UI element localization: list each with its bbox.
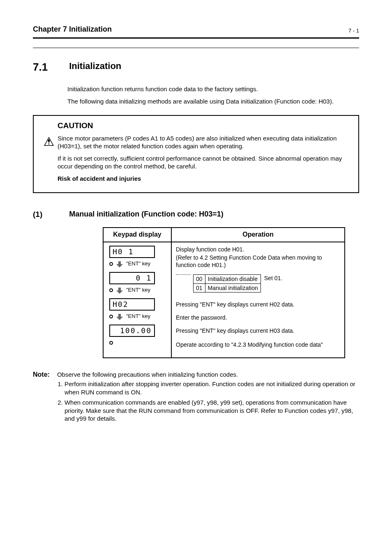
- arrow-down-icon: [116, 261, 123, 267]
- page-number: 7 - 1: [348, 28, 359, 35]
- arrow-down-icon: [116, 287, 123, 294]
- note-item-1: Perform initialization after stopping in…: [65, 380, 359, 396]
- op-text-enter-password: Enter the password.: [176, 314, 340, 321]
- table-header-operation: Operation: [171, 228, 345, 242]
- caution-box: CAUTION Since motor parameters (P codes …: [33, 115, 359, 193]
- lcd-display-h02: H02: [109, 298, 155, 311]
- ent-key-label: "ENT" key: [126, 313, 150, 320]
- note-intro: Observe the following precautions when i…: [57, 371, 359, 379]
- lcd-display-10000: 100.00: [109, 325, 155, 337]
- op-text-press-ent-h03: Pressing "ENT" key displays current H03 …: [176, 327, 340, 334]
- op-text-display-h01: Display function code H01.: [176, 246, 340, 253]
- note-item-2: When communication commands are enabled …: [65, 398, 359, 423]
- warning-icon: [44, 136, 54, 146]
- lcd-display-h01: H0 1: [109, 246, 155, 258]
- data-mini-table: 00 Initialization disable 01 Manual init…: [193, 274, 261, 292]
- bullet-icon: [109, 315, 113, 318]
- ent-key-label: "ENT" key: [126, 260, 150, 267]
- dotted-connector: [176, 274, 191, 275]
- caution-paragraph-2: If it is not set correctly, sufficient c…: [58, 154, 352, 170]
- op-text-refer-note: (Refer to 4.2 Setting Function Code Data…: [176, 254, 340, 269]
- subsection-label: (1): [33, 210, 67, 220]
- note-label: Note:: [33, 371, 50, 379]
- lcd-display-01: 0 1: [109, 272, 155, 284]
- op-text-press-ent-h02: Pressing "ENT" key displays current H02 …: [176, 301, 340, 308]
- mini-cell: 00: [194, 275, 205, 283]
- chapter-title: Chapter 7 Initialization: [33, 25, 112, 34]
- mini-cell: 01: [194, 283, 205, 292]
- ent-key-label: "ENT" key: [126, 287, 150, 294]
- bullet-icon: [109, 262, 113, 266]
- svg-point-2: [48, 143, 50, 145]
- caution-injury-warning: Risk of accident and injuries: [58, 175, 352, 183]
- section-number: 7.1: [33, 60, 67, 74]
- bullet-icon: [109, 341, 113, 345]
- mini-cell: Manual initialization: [205, 283, 261, 292]
- intro-paragraph-1: Initialization function returns function…: [67, 85, 359, 93]
- op-text-set-01: Set 01.: [261, 274, 282, 282]
- subsection-title: Manual initialization (Function code: H0…: [69, 210, 224, 219]
- divider-thick: [33, 37, 359, 39]
- op-text-final-note: Operate according to "4.2.3 Modifying fu…: [176, 341, 340, 348]
- section-title: Initialization: [69, 60, 121, 72]
- table-header-keypad: Keypad display: [103, 228, 171, 242]
- mini-cell: Initialization disable: [205, 275, 261, 283]
- caution-paragraph-1: Since motor parameters (P codes A1 to A5…: [58, 134, 352, 150]
- procedure-table: Keypad display Operation H0 1 "ENT" key …: [103, 227, 345, 358]
- intro-paragraph-2: The following data initializing methods …: [67, 97, 359, 106]
- arrow-down-icon: [116, 313, 123, 320]
- bullet-icon: [109, 288, 113, 292]
- caution-title: CAUTION: [58, 121, 352, 131]
- divider-thin: [33, 48, 359, 48]
